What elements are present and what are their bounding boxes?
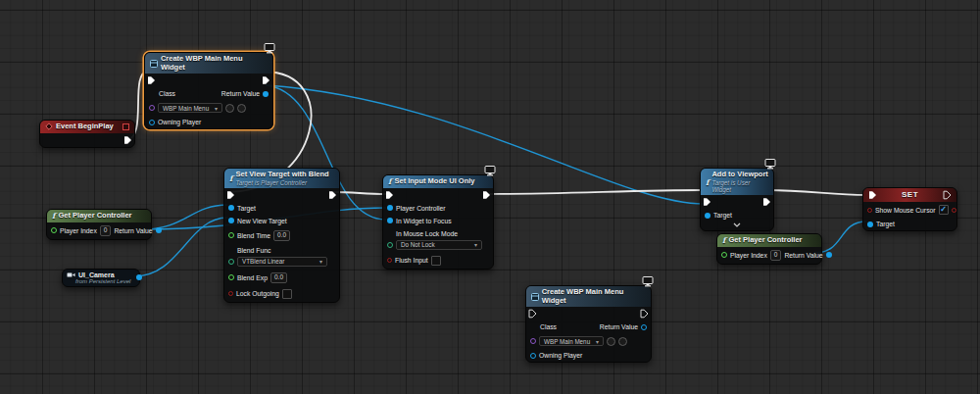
class-pin[interactable]: [149, 105, 155, 111]
delegate-pin[interactable]: [122, 123, 129, 130]
owning-player-pin[interactable]: [530, 353, 536, 359]
browse-icon[interactable]: [237, 104, 246, 113]
class-select[interactable]: WBP Main Menu ▾: [539, 336, 604, 346]
lock-outgoing-pin[interactable]: [228, 291, 233, 296]
event-icon: [45, 123, 53, 130]
return-value-label: Return Value: [221, 90, 260, 97]
camera-output-pin[interactable]: [136, 274, 142, 280]
player-index-pin[interactable]: [51, 227, 57, 233]
blend-exp-input[interactable]: 0.0: [270, 272, 287, 283]
use-selected-icon[interactable]: [225, 104, 234, 113]
player-index-input[interactable]: 0: [770, 250, 782, 261]
return-value-pin[interactable]: [826, 252, 832, 258]
node-get-player-controller-right[interactable]: f Get Player Controller Player Index 0 R…: [716, 233, 822, 265]
node-title: Get Player Controller: [728, 236, 802, 245]
node-add-to-viewport[interactable]: f Add to Viewport Target is User Widget …: [700, 168, 774, 231]
node-title: Add to Viewport: [711, 171, 768, 179]
blend-exp-pin[interactable]: [228, 274, 234, 280]
node-set-view-target-with-blend[interactable]: f Set View Target with Blend Target is P…: [223, 168, 340, 303]
monitor-icon: [764, 159, 776, 170]
node-header: Event BeginPlay: [40, 121, 134, 133]
monitor-icon: [642, 276, 654, 287]
blend-func-pin[interactable]: [228, 259, 234, 265]
player-index-pin[interactable]: [721, 252, 727, 258]
target-pin[interactable]: [705, 213, 710, 219]
node-header: f Get Player Controller: [717, 234, 821, 247]
exec-out-pin[interactable]: [123, 135, 132, 145]
chevron-down-icon: ▾: [215, 105, 218, 112]
flush-input-pin[interactable]: [387, 258, 392, 263]
node-title: Create WBP Main Menu Widget: [542, 288, 646, 305]
chevron-down-icon: ▾: [319, 258, 322, 265]
owning-player-pin[interactable]: [149, 120, 155, 125]
node-title: UI_Camera: [78, 271, 115, 278]
widget-icon: [150, 60, 158, 68]
exec-out-pin[interactable]: [943, 190, 952, 200]
target-pin[interactable]: [228, 205, 234, 211]
chevron-down-icon: ▾: [596, 338, 599, 345]
monitor-icon: [484, 166, 496, 176]
exec-in-pin[interactable]: [528, 309, 537, 319]
node-header: Create WBP Main Menu Widget: [145, 53, 272, 74]
node-set-input-mode-ui-only[interactable]: f Set Input Mode UI Only Player Controll…: [382, 174, 494, 270]
node-title: Set View Target with Blend: [235, 171, 328, 179]
player-index-input[interactable]: 0: [100, 225, 112, 236]
blend-time-pin[interactable]: [228, 232, 234, 238]
expand-chevron-icon[interactable]: [733, 222, 741, 227]
in-mouse-lock-mode-pin[interactable]: [387, 242, 393, 248]
show-mouse-cursor-checkbox[interactable]: ✓: [939, 205, 949, 215]
node-header: Create WBP Main Menu Widget: [526, 286, 651, 307]
node-title: Event BeginPlay: [56, 123, 114, 131]
exec-out-pin[interactable]: [328, 190, 337, 200]
exec-in-pin[interactable]: [226, 190, 235, 200]
exec-in-pin[interactable]: [868, 190, 877, 200]
target-pin[interactable]: [867, 222, 873, 227]
use-selected-icon[interactable]: [607, 337, 615, 346]
node-header: f Set View Target with Blend Target is P…: [224, 169, 339, 188]
player-controller-pin[interactable]: [387, 205, 393, 211]
exec-out-pin[interactable]: [262, 75, 270, 85]
flush-input-checkbox[interactable]: [431, 256, 441, 266]
lock-outgoing-checkbox[interactable]: [282, 289, 292, 299]
function-icon: f: [706, 178, 709, 186]
node-create-wbp-main-menu-widget-bottom[interactable]: Create WBP Main Menu Widget Class Return…: [525, 285, 652, 363]
function-icon: f: [722, 236, 725, 244]
browse-icon[interactable]: [618, 337, 627, 346]
node-ui-camera[interactable]: UI_Camera from Persistent Level: [62, 269, 140, 287]
node-set-show-mouse-cursor[interactable]: SET Show Mouse Cursor ✓ Target: [862, 187, 957, 231]
return-value-pin[interactable]: [641, 324, 647, 330]
show-mouse-cursor-pin[interactable]: [867, 208, 872, 213]
in-widget-to-focus-pin[interactable]: [387, 218, 393, 223]
blend-time-input[interactable]: 0.0: [273, 230, 290, 241]
class-pin[interactable]: [530, 338, 536, 344]
exec-in-pin[interactable]: [147, 75, 156, 85]
new-view-target-pin[interactable]: [228, 218, 234, 223]
exec-in-pin[interactable]: [703, 197, 711, 207]
class-select[interactable]: WBP Main Menu ▾: [158, 103, 222, 113]
node-subtitle: Target is Player Controller: [235, 179, 328, 186]
node-subtitle: from Persistent Level: [63, 278, 139, 286]
node-event-beginplay[interactable]: Event BeginPlay: [39, 120, 135, 148]
return-value-pin[interactable]: [156, 227, 162, 233]
return-value-label: Return Value: [114, 227, 152, 234]
exec-in-pin[interactable]: [385, 190, 394, 200]
chevron-down-icon: ▾: [474, 241, 477, 248]
return-value-pin[interactable]: [263, 91, 269, 97]
wire-input-to-viewport: [487, 190, 704, 194]
node-header: f Set Input Mode UI Only: [383, 175, 493, 188]
node-header: f Add to Viewport Target is User Widget: [701, 169, 773, 195]
monitor-icon: [264, 43, 275, 54]
wire-viewport-to-set: [767, 190, 866, 195]
function-icon: f: [229, 174, 232, 182]
function-icon: f: [52, 212, 55, 220]
exec-out-pin[interactable]: [482, 190, 491, 200]
show-mouse-cursor-out-pin[interactable]: [952, 208, 956, 213]
in-mouse-lock-mode-select[interactable]: Do Not Lock ▾: [396, 240, 482, 250]
node-create-wbp-main-menu-widget-top[interactable]: Create WBP Main Menu Widget Class Return…: [144, 52, 273, 129]
exec-out-pin[interactable]: [762, 197, 771, 207]
node-title: Get Player Controller: [58, 212, 131, 221]
node-get-player-controller-left[interactable]: f Get Player Controller Player Index 0 R…: [46, 209, 152, 240]
camera-icon: [67, 271, 75, 278]
exec-out-pin[interactable]: [640, 309, 649, 319]
blend-func-select[interactable]: VTBlend Linear ▾: [237, 257, 327, 267]
